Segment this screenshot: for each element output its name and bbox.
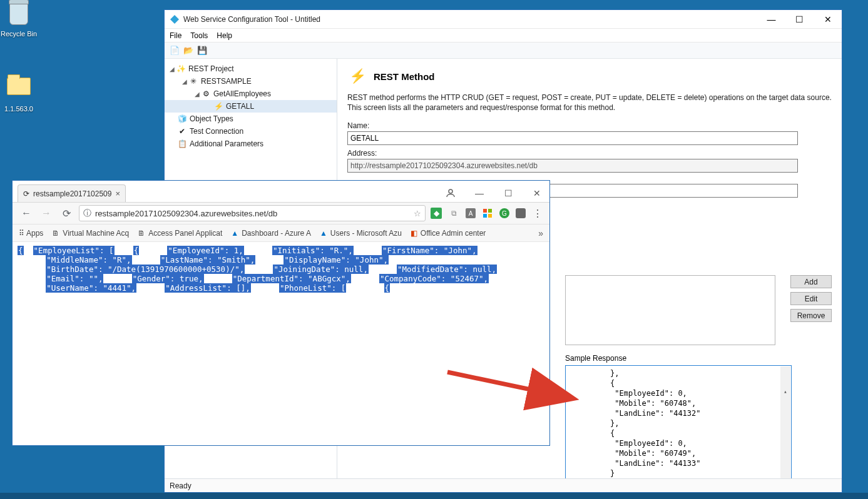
status-text: Ready: [170, 481, 191, 490]
url-text: restsample20171025092304.azurewebsites.n…: [95, 209, 277, 218]
browser-close[interactable]: ✕: [529, 186, 544, 201]
browser-minimize[interactable]: —: [472, 186, 487, 201]
rest-method-heading: REST Method: [374, 71, 435, 82]
forward-button[interactable]: →: [39, 206, 54, 221]
open-icon[interactable]: 📂: [183, 46, 193, 56]
param-buttons: Add Edit Remove: [790, 275, 832, 322]
profile-icon[interactable]: [443, 186, 458, 201]
apps-icon: ⠿: [19, 229, 23, 238]
minimize-button[interactable]: —: [757, 10, 785, 28]
folder-label: 1.1.563.0: [0, 105, 41, 113]
lightning-icon: ⚡: [213, 101, 223, 111]
save-icon[interactable]: 💾: [197, 46, 207, 56]
tree-getallemployees[interactable]: ◢ ⚙ GetAllEmployees: [165, 88, 337, 100]
tree-addparams-label: Additional Parameters: [190, 139, 263, 148]
browser-page-content[interactable]: { "EmployeeList": [ { "EmployeeId": 1, "…: [13, 242, 549, 445]
tree-getallemp-label: GetAllEmployees: [213, 89, 271, 98]
menu-help[interactable]: Help: [217, 31, 232, 40]
omnibox[interactable]: ⓘ restsample20171025092304.azurewebsites…: [79, 205, 426, 221]
sample-response-label: Sample Response: [565, 354, 792, 363]
tree-restsample[interactable]: ◢ ✳ RESTSAMPLE: [165, 75, 337, 88]
new-icon[interactable]: 📄: [170, 46, 180, 56]
bookmark-vm[interactable]: 🗎Virtual Machine Acq: [52, 229, 129, 238]
ext-icon-translate[interactable]: ⧉: [448, 208, 459, 219]
bookmark-azure-dash[interactable]: ▲Dashboard - Azure A: [231, 229, 311, 238]
browser-window: ⟳ restsample2017102509 × — ☐ ✕ ← → ⟳ ⓘ r…: [12, 180, 550, 446]
menubar: File Tools Help: [165, 29, 842, 43]
extension-icons: ◆ ⧉ A G ⋮: [431, 208, 543, 219]
bookmark-office-admin[interactable]: ◧Office Admin center: [411, 229, 486, 238]
statusbar: Ready: [165, 478, 842, 492]
parameter-list[interactable]: [565, 275, 775, 345]
tab-close-icon[interactable]: ×: [115, 189, 120, 198]
recycle-bin[interactable]: Recycle Bin: [0, 3, 41, 38]
tab-title: restsample2017102509: [33, 189, 111, 198]
address-label: Address:: [347, 149, 832, 158]
ext-icon-a[interactable]: A: [466, 208, 476, 218]
tree-testconn-label: Test Connection: [190, 127, 243, 136]
bookmark-apps[interactable]: ⠿Apps: [19, 229, 43, 238]
ext-icon-windows[interactable]: [482, 208, 493, 219]
globe-icon: ⟳: [23, 189, 29, 198]
svg-rect-5: [488, 214, 492, 218]
add-button[interactable]: Add: [790, 275, 832, 288]
toolbar: 📄 📂 💾: [165, 43, 842, 59]
app-titlebar[interactable]: Web Service Configuration Tool - Untitle…: [165, 10, 842, 29]
app-icon: [170, 14, 180, 24]
menu-file[interactable]: File: [170, 31, 181, 40]
svg-marker-0: [170, 15, 179, 24]
tree-getall-label: GETALL: [226, 102, 254, 111]
remove-button[interactable]: Remove: [790, 309, 832, 322]
check-icon: ✔: [177, 126, 187, 136]
page-icon: 🗎: [138, 229, 145, 238]
bookmark-access-panel[interactable]: 🗎Access Panel Applicat: [138, 229, 222, 238]
tree-root-label: REST Project: [188, 64, 233, 73]
scroll-up-icon[interactable]: ▴: [780, 386, 790, 396]
svg-rect-3: [488, 209, 492, 213]
folder-icon: [7, 78, 31, 95]
site-info-icon[interactable]: ⓘ: [83, 208, 91, 219]
back-button[interactable]: ←: [19, 206, 34, 221]
taskbar[interactable]: [0, 493, 868, 499]
tree-root[interactable]: ◢ ✨ REST Project: [165, 63, 337, 75]
browser-tab[interactable]: ⟳ restsample2017102509 ×: [18, 184, 126, 202]
reload-button[interactable]: ⟳: [59, 206, 74, 221]
rest-method-icon: ⚡: [347, 66, 367, 86]
browser-menu-icon[interactable]: ⋮: [532, 208, 543, 219]
tree-objtypes-label: Object Types: [190, 114, 233, 123]
office-icon: ◧: [411, 229, 417, 238]
ext-icon-grammarly[interactable]: G: [499, 208, 509, 218]
tree-object-types[interactable]: 🧊 Object Types: [165, 113, 337, 125]
bookmarks-bar: ⠿Apps 🗎Virtual Machine Acq 🗎Access Panel…: [13, 224, 549, 242]
rest-icon: ✳: [188, 76, 198, 86]
sample-scrollbar[interactable]: ▴ ▾: [780, 366, 790, 478]
svg-rect-2: [483, 209, 487, 213]
desktop-folder[interactable]: 1.1.563.0: [0, 71, 41, 113]
close-button[interactable]: ✕: [814, 10, 842, 28]
bookmark-overflow[interactable]: »: [538, 228, 543, 238]
tree-additional-params[interactable]: 📋 Additional Parameters: [165, 138, 337, 150]
tree-getall[interactable]: ⚡ GETALL: [165, 100, 337, 113]
maximize-button[interactable]: ☐: [785, 10, 814, 28]
name-label: Name:: [347, 121, 832, 130]
ext-icon-green[interactable]: ◆: [431, 208, 442, 219]
tabstrip: ⟳ restsample2017102509 × — ☐ ✕: [13, 181, 549, 202]
ext-icon-gray[interactable]: [516, 208, 526, 218]
edit-button[interactable]: Edit: [790, 292, 832, 305]
recycle-bin-label: Recycle Bin: [0, 30, 41, 38]
tree-test-connection[interactable]: ✔ Test Connection: [165, 125, 337, 138]
browser-maximize[interactable]: ☐: [501, 186, 516, 201]
azure-icon: ▲: [231, 229, 238, 238]
name-input[interactable]: [347, 131, 798, 145]
star-icon[interactable]: ☆: [414, 209, 421, 218]
list-icon: 📋: [177, 139, 187, 149]
menu-tools[interactable]: Tools: [190, 31, 208, 40]
cube-icon: 🧊: [177, 114, 187, 124]
address-input: [347, 159, 798, 173]
bookmark-azure-users[interactable]: ▲Users - Microsoft Azu: [320, 229, 402, 238]
svg-point-1: [449, 189, 452, 193]
sample-response-text: }, { "EmployeeId": 0, "Mobile": "60748",…: [569, 369, 705, 478]
tree-restsample-label: RESTSAMPLE: [201, 77, 252, 86]
svg-rect-4: [483, 214, 487, 218]
sample-response-box[interactable]: }, { "EmployeeId": 0, "Mobile": "60748",…: [565, 365, 792, 478]
